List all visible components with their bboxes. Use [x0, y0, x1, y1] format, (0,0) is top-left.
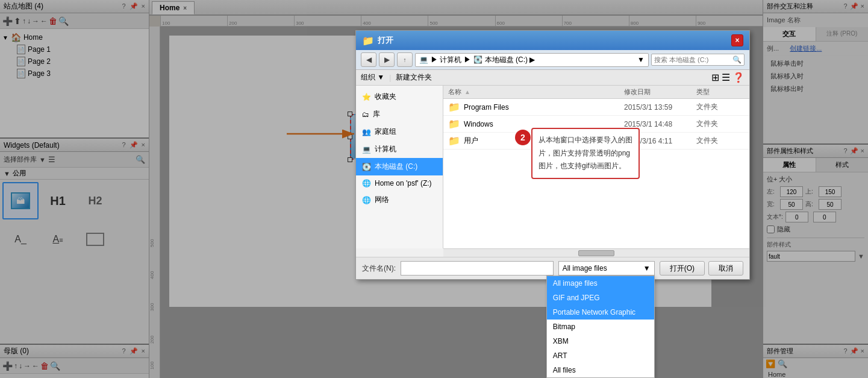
header-type[interactable]: 类型 [696, 87, 745, 96]
sidebar-network[interactable]: 🌐 网络 [356, 191, 443, 209]
file-list-header: 名称 ▲ 修改日期 类型 [443, 86, 749, 99]
step2-bubble: 2 [515, 130, 531, 145]
library-icon: 🗂 [362, 110, 369, 119]
breadcrumb-text: ▶ 计算机 ▶ [431, 55, 471, 65]
filetype-xbm[interactable]: XBM [547, 334, 654, 348]
dialog-toolbar: 组织 ▼ | 新建文件夹 ⊞ ☰ ❓ [356, 70, 749, 86]
sidebar-favorites[interactable]: ⭐ 收藏夹 [356, 88, 443, 106]
folder-icon: 📁 [448, 135, 460, 146]
search-magnify-icon: 🔍 [732, 55, 742, 64]
dialog-title: 📁 打开 [362, 35, 393, 46]
new-folder-button[interactable]: 新建文件夹 [396, 72, 432, 83]
dialog-footer: 文件名(N): All image files ▼ All image file… [356, 257, 749, 279]
breadcrumb-bar: 💻 ▶ 计算机 ▶ 💽 本地磁盘 (C:) ▶ ▼ [415, 53, 649, 67]
computer-icon: 💻 [419, 55, 428, 64]
filetype-bitmap[interactable]: Bitmap [547, 320, 654, 334]
dialog-close-button[interactable]: × [731, 34, 743, 46]
programfiles-date: 2015/3/1 13:59 [624, 103, 696, 112]
filetype-png[interactable]: Portable Network Graphic [547, 305, 654, 320]
dialog-scrollbar-h[interactable] [443, 248, 749, 257]
filetype-all-files[interactable]: All files [547, 363, 654, 377]
filetype-dropdown-list: All image files GIF and JPEG Portable Ne… [546, 276, 655, 378]
file-row-programfiles[interactable]: 📁 Program Files 2015/3/1 13:59 文件夹 [443, 99, 749, 116]
sidebar-library[interactable]: 🗂 库 [356, 106, 443, 123]
search-input[interactable] [654, 56, 732, 63]
favorites-icon: ⭐ [362, 93, 371, 101]
dialog-nav-bar: ◀ ▶ ↑ 💻 ▶ 计算机 ▶ 💽 本地磁盘 (C:) ▶ ▼ 🔍 [356, 50, 749, 70]
folder-icon: 📁 [448, 118, 460, 130]
filetype-dropdown-button[interactable]: All image files ▼ [558, 261, 655, 276]
localdisk-icon: 💽 [362, 163, 371, 171]
dialog-titlebar: 📁 打开 × [356, 31, 749, 50]
filetype-art[interactable]: ART [547, 348, 654, 363]
windows-type: 文件夹 [696, 119, 745, 129]
network-drive-icon: 🌐 [362, 179, 371, 187]
header-date[interactable]: 修改日期 [624, 87, 696, 96]
nav-up-button[interactable]: ↑ [397, 52, 413, 67]
folder-icon: 📁 [448, 101, 460, 113]
view-toggle-button[interactable]: ⊞ [711, 72, 719, 83]
sidebar-home-psf[interactable]: 🌐 Home on 'psf' (Z:) [356, 175, 443, 191]
sidebar-homegroup[interactable]: 👥 家庭组 [356, 123, 443, 140]
dialog-folder-icon: 📁 [362, 35, 374, 46]
windows-date: 2015/3/1 14:48 [624, 120, 696, 128]
programfiles-name: 📁 Program Files [448, 101, 624, 113]
help-button[interactable]: ❓ [732, 72, 745, 83]
nav-back-button[interactable]: ◀ [361, 52, 376, 67]
filename-label: 文件名(N): [362, 263, 396, 274]
nav-forward-button[interactable]: ▶ [379, 52, 395, 67]
view-details-button[interactable]: ☰ [722, 72, 730, 83]
open-button[interactable]: 打开(O) [660, 261, 705, 276]
filetype-select-wrapper: All image files ▼ All image files GIF an… [558, 261, 655, 276]
header-name[interactable]: 名称 ▲ [448, 87, 624, 96]
breadcrumb-dropdown-icon[interactable]: ▼ [637, 55, 645, 64]
breadcrumb-drive: 本地磁盘 (C:) ▶ [485, 55, 535, 65]
computer-nav-icon: 💻 [362, 145, 371, 154]
sidebar-computer[interactable]: 💻 计算机 [356, 140, 443, 158]
organize-button[interactable]: 组织 ▼ [361, 72, 384, 83]
filetype-gif-jpeg[interactable]: GIF and JPEG [547, 291, 654, 305]
filetype-all-images[interactable]: All image files [547, 276, 654, 291]
programfiles-type: 文件夹 [696, 102, 745, 112]
sidebar-local-disk[interactable]: 💽 本地磁盘 (C:) [356, 158, 443, 175]
users-type: 文件夹 [696, 136, 745, 146]
scrollbar-thumb[interactable] [578, 250, 614, 256]
cancel-button[interactable]: 取消 [708, 261, 743, 276]
search-bar: 🔍 [651, 54, 745, 66]
filetype-dropdown-icon: ▼ [643, 264, 651, 272]
dialog-overlay: 📁 打开 × ◀ ▶ ↑ 💻 ▶ 计算机 ▶ 💽 本地磁盘 (C:) ▶ ▼ 🔍 [0, 0, 868, 378]
filename-input[interactable] [401, 261, 554, 276]
homegroup-icon: 👥 [362, 128, 371, 136]
dialog-actions: 打开(O) 取消 [660, 261, 743, 276]
step2-annotation-box: 从本地窗口中选择要导入的图 片，图片支持背景透明的png 图片，也支持gif动画… [531, 128, 640, 179]
network-icon: 🌐 [362, 196, 371, 204]
disk-icon: 💽 [473, 55, 482, 64]
file-sidebar: ⭐ 收藏夹 🗂 库 👥 家庭组 💻 计算机 💽 本地磁盘 (C:) [356, 86, 443, 248]
